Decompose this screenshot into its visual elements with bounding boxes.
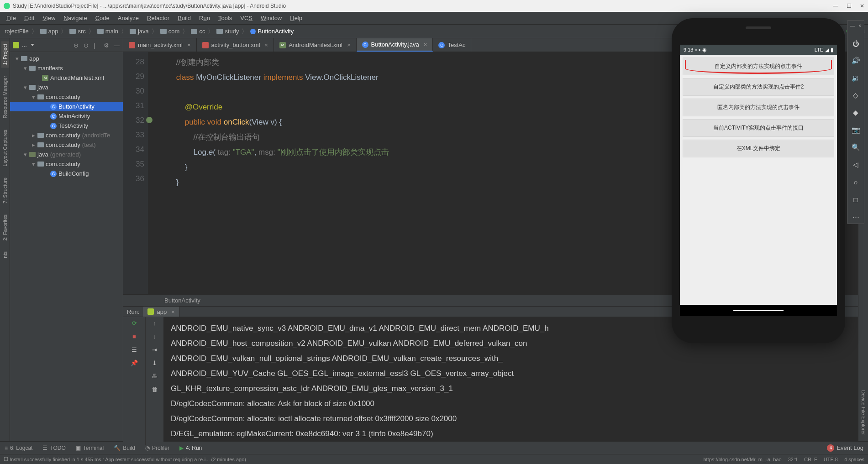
menu-file[interactable]: File (3, 13, 20, 23)
menu-tools[interactable]: Tools (215, 13, 236, 23)
line-separator[interactable]: CRLF (804, 457, 817, 462)
breadcrumb-seg[interactable]: com (158, 27, 182, 36)
menu-code[interactable]: Code (92, 13, 113, 23)
indent[interactable]: 4 spaces (844, 457, 864, 462)
rotate-right-icon[interactable]: ◆ (852, 109, 860, 117)
tab-activity-button-xml[interactable]: activity_button.xml× (197, 38, 274, 52)
breadcrumb-seg[interactable]: java (128, 27, 151, 36)
device-screen[interactable]: 9:13 • ▪ ◉ LTE◢▮ 自定义内部类的方法实现的点击事件 自定义内部类… (680, 45, 837, 316)
select-open-icon[interactable]: ⊙ (84, 42, 90, 48)
app-button-3[interactable]: 匿名内部类的方法实现的点击事件 (683, 99, 834, 116)
up-icon[interactable]: ↑ (153, 320, 156, 327)
tab-device-file-explorer[interactable]: Device File Explorer (860, 387, 867, 438)
rotate-left-icon[interactable]: ◇ (852, 91, 860, 99)
volume-up-icon[interactable]: 🔊 (852, 57, 860, 65)
app-button-2[interactable]: 自定义内部类的方法实现的点击事件2 (683, 78, 834, 96)
down-icon[interactable]: ↓ (153, 333, 156, 340)
close-icon[interactable]: × (347, 42, 351, 48)
menu-analyze[interactable]: Analyze (114, 13, 142, 23)
emu-close-icon[interactable]: × (858, 23, 861, 28)
app-button-5[interactable]: 在XML文件中绑定 (683, 140, 834, 157)
line-gutter[interactable]: 28 29 30 31 32 33 34 35 36 (123, 52, 148, 294)
emu-minimize-icon[interactable]: — (850, 23, 855, 28)
btab-logcat[interactable]: ≡6: Logcat (5, 445, 32, 451)
breadcrumb-seg[interactable]: src (68, 27, 87, 36)
breadcrumb-seg[interactable]: rojectFile (3, 27, 31, 36)
btab-todo[interactable]: ☰TODO (42, 445, 65, 451)
power-icon[interactable]: ⏻ (852, 39, 860, 47)
menu-run[interactable]: Run (195, 13, 214, 23)
breadcrumb-seg[interactable]: app (38, 27, 60, 36)
tree-node-selected[interactable]: CButtonActivity (10, 102, 123, 111)
menu-refactor[interactable]: Refactor (143, 13, 173, 23)
tab-button-activity-java[interactable]: CButtonActivity.java× (357, 38, 433, 52)
status-icon[interactable]: ☐ (4, 456, 8, 462)
emulator-window[interactable]: 9:13 • ▪ ◉ LTE◢▮ 自定义内部类的方法实现的点击事件 自定义内部类… (672, 18, 845, 343)
close-icon[interactable]: × (187, 42, 191, 48)
xml-icon: M (279, 42, 286, 48)
zoom-icon[interactable]: 🔍 (852, 143, 860, 151)
btab-profiler[interactable]: ◔Profiler (145, 445, 169, 451)
stop-icon[interactable]: ■ (132, 333, 136, 340)
crosshair-icon[interactable]: ⊕ (74, 42, 80, 48)
tab-project[interactable]: 1: Project (1, 41, 9, 68)
tab-favorites[interactable]: 2: Favorites (1, 212, 9, 243)
breadcrumb-seg[interactable]: study (215, 27, 241, 36)
run-tab-app[interactable]: app× (143, 307, 179, 317)
package-icon (37, 162, 44, 167)
device-nav-bar[interactable] (680, 305, 837, 316)
menu-vcs[interactable]: VCS (237, 13, 256, 23)
window-close-icon[interactable]: ✕ (860, 3, 864, 9)
menu-build[interactable]: Build (174, 13, 195, 23)
breadcrumb-seg-active[interactable]: ButtonActivity (248, 27, 295, 36)
breadcrumb-seg[interactable]: cc (189, 27, 207, 36)
divider-icon[interactable]: | (94, 42, 100, 48)
more-icon[interactable]: ⋯ (852, 213, 860, 221)
tab-android-manifest[interactable]: MAndroidManifest.xml× (274, 38, 356, 52)
btab-terminal[interactable]: ▣Terminal (76, 445, 104, 451)
tab-structure[interactable]: 7: Structure (1, 175, 9, 206)
project-tree[interactable]: ▾app ▾manifests MAndroidManifest.xml ▾ja… (10, 52, 123, 441)
home-icon[interactable]: ○ (852, 178, 860, 186)
print-icon[interactable]: 🖶 (152, 373, 158, 380)
menu-window[interactable]: Window (257, 13, 285, 23)
override-gutter-icon[interactable] (146, 117, 153, 123)
tab-layout-captures[interactable]: Layout Captures (1, 127, 9, 169)
menu-help[interactable]: Help (286, 13, 306, 23)
menu-edit[interactable]: Edit (21, 13, 38, 23)
back-icon[interactable]: ◁ (852, 161, 860, 169)
close-icon[interactable]: × (265, 42, 268, 48)
pin-icon[interactable]: 📌 (131, 360, 138, 366)
layout-icon[interactable]: ☰ (132, 346, 137, 353)
gear-icon[interactable]: ⚙ (104, 42, 110, 48)
camera-icon[interactable]: 📷 (852, 126, 860, 134)
close-icon[interactable]: × (424, 41, 427, 48)
soft-wrap-icon[interactable]: ⇥ (152, 346, 157, 353)
emulator-toolbar: —× ⏻ 🔊 🔉 ◇ ◆ 📷 🔍 ◁ ○ □ ⋯ (847, 20, 864, 224)
trash-icon[interactable]: 🗑 (152, 386, 158, 393)
android-icon (13, 42, 19, 48)
encoding[interactable]: UTF-8 (824, 457, 838, 462)
btab-run[interactable]: ▶4: Run (179, 445, 202, 451)
tab-test-activity[interactable]: CTestAc (433, 38, 471, 52)
rerun-icon[interactable]: ⟳ (132, 320, 137, 327)
scroll-icon[interactable]: ⤓ (152, 360, 157, 366)
breadcrumb-seg[interactable]: main (95, 27, 120, 36)
volume-down-icon[interactable]: 🔉 (852, 74, 860, 82)
menu-navigate[interactable]: Navigate (60, 13, 90, 23)
close-icon[interactable]: × (171, 308, 175, 315)
tab-resource-manager[interactable]: Resource Manager (1, 73, 9, 121)
menu-view[interactable]: View (39, 13, 59, 23)
btab-build[interactable]: 🔨Build (114, 445, 135, 451)
window-minimize-icon[interactable]: — (833, 3, 838, 9)
cursor-position[interactable]: 32:1 (788, 457, 798, 462)
hide-icon[interactable]: — (114, 42, 120, 48)
tab-variants[interactable]: nts (1, 249, 9, 261)
window-maximize-icon[interactable]: ☐ (847, 3, 852, 9)
project-view-label[interactable]: ... (22, 42, 27, 48)
overview-icon[interactable]: □ (852, 195, 860, 203)
tab-main-activity-xml[interactable]: main_activity.xml× (123, 38, 197, 52)
event-log-button[interactable]: 4 Event Log (827, 444, 863, 452)
app-button-4[interactable]: 当前ACTIVITY实现的点击事件的接口 (683, 119, 834, 137)
app-button-1[interactable]: 自定义内部类的方法实现的点击事件 (683, 57, 834, 75)
